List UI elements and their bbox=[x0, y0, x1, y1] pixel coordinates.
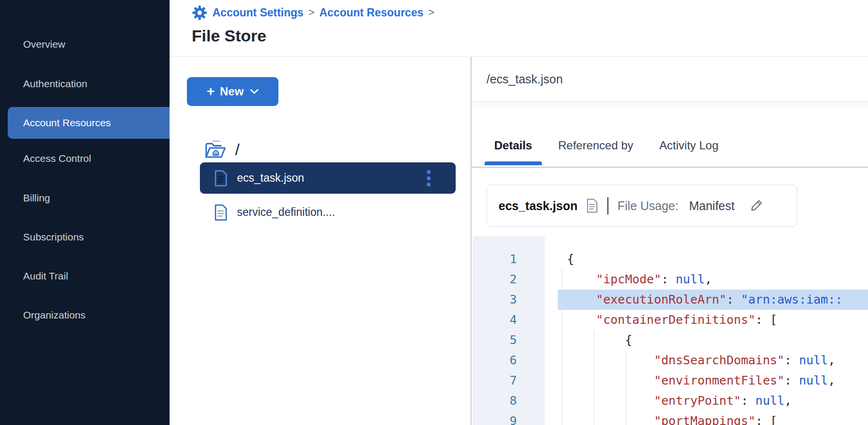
tab-activity-log[interactable]: Activity Log bbox=[650, 131, 728, 160]
gutter-gap bbox=[544, 350, 558, 371]
code-line-6[interactable]: 6 "dnsSearchDomains": null, bbox=[472, 350, 868, 371]
section-divider bbox=[472, 101, 868, 107]
gear-icon bbox=[192, 5, 208, 21]
file-name: ecs_task.json bbox=[237, 172, 304, 185]
sidebar-item-organizations[interactable]: Organizations bbox=[0, 303, 170, 327]
code-line-content: "executionRoleArn": "arn:aws:iam:: bbox=[558, 290, 868, 310]
plus-icon: + bbox=[207, 85, 214, 98]
line-number: 1 bbox=[472, 249, 544, 269]
sidebar-item-billing[interactable]: Billing bbox=[0, 186, 170, 210]
gutter-gap bbox=[544, 310, 558, 330]
file-usage-value: Manifest bbox=[689, 199, 734, 213]
app-window: OverviewAuthenticationAccount ResourcesA… bbox=[0, 0, 868, 425]
indent-guide bbox=[626, 350, 626, 425]
sidebar-item-audit-trail[interactable]: Audit Trail bbox=[0, 264, 170, 288]
gutter-gap bbox=[544, 330, 558, 350]
gutter-gap bbox=[544, 371, 558, 391]
line-number: 3 bbox=[472, 290, 544, 310]
code-line-content: { bbox=[558, 249, 868, 269]
indent-guide bbox=[562, 269, 562, 425]
gutter-gap bbox=[544, 249, 558, 269]
file-row-ecs-task-json[interactable]: ecs_task.json bbox=[200, 162, 456, 194]
line-number: 4 bbox=[472, 310, 544, 330]
sidebar-item-authentication[interactable]: Authentication bbox=[0, 72, 170, 96]
code-line-2[interactable]: 2 "ipcMode": null, bbox=[472, 269, 868, 290]
vertical-divider bbox=[607, 197, 608, 214]
sidebar-item-account-resources[interactable]: Account Resources bbox=[8, 107, 170, 139]
line-number: 7 bbox=[472, 371, 544, 391]
breadcrumb: Account Settings > Account Resources > bbox=[192, 4, 434, 21]
code-line-content: "ipcMode": null, bbox=[558, 269, 868, 290]
new-file-button[interactable]: + New bbox=[187, 77, 278, 106]
code-line-3[interactable]: 3 "executionRoleArn": "arn:aws:iam:: bbox=[472, 290, 868, 310]
code-line-9[interactable]: 9 "portMappings": [ bbox=[472, 411, 868, 425]
top-header: Account Settings > Account Resources > F… bbox=[170, 0, 868, 57]
file-usage-label: File Usage: bbox=[618, 199, 678, 213]
code-line-1[interactable]: 1{ bbox=[472, 249, 868, 269]
code-line-content: { bbox=[558, 330, 868, 350]
code-line-8[interactable]: 8 "entryPoint": null, bbox=[472, 391, 868, 411]
tab-referenced-by[interactable]: Referenced by bbox=[549, 131, 643, 160]
root-path-label: / bbox=[235, 140, 239, 159]
root-folder-row[interactable]: / bbox=[204, 138, 239, 161]
code-line-content: "portMappings": [ bbox=[558, 411, 868, 425]
code-line-content: "containerDefinitions": [ bbox=[558, 310, 868, 330]
code-line-5[interactable]: 5 { bbox=[472, 330, 868, 350]
gutter-gap bbox=[544, 290, 558, 310]
gutter-gap bbox=[544, 391, 558, 411]
line-number: 5 bbox=[472, 330, 544, 350]
code-line-7[interactable]: 7 "environmentFiles": null, bbox=[472, 371, 868, 391]
code-line-content: "dnsSearchDomains": null, bbox=[558, 350, 868, 371]
file-path-header: /ecs_task.json bbox=[472, 57, 868, 101]
file-icon bbox=[213, 204, 228, 221]
document-icon bbox=[586, 198, 598, 213]
indent-guide bbox=[594, 330, 594, 425]
file-icon bbox=[213, 170, 228, 187]
gutter-gap bbox=[544, 269, 558, 290]
code-line-4[interactable]: 4 "containerDefinitions": [ bbox=[472, 310, 868, 330]
code-line-content: "environmentFiles": null, bbox=[558, 371, 868, 391]
sidebar-item-overview[interactable]: Overview bbox=[0, 32, 170, 56]
kebab-menu-icon[interactable] bbox=[425, 168, 433, 188]
file-path-label: /ecs_task.json bbox=[487, 72, 563, 86]
line-number: 6 bbox=[472, 350, 544, 371]
sidebar-item-access-control[interactable]: Access Control bbox=[0, 146, 170, 171]
folder-home-icon bbox=[204, 138, 227, 160]
code-lines: 1{2 "ipcMode": null,3 "executionRoleArn"… bbox=[472, 236, 868, 425]
edit-pencil-icon[interactable] bbox=[748, 198, 764, 214]
page-title: File Store bbox=[192, 27, 266, 45]
file-store-panel: + New / ecs_task.jsonservice_definition.… bbox=[170, 57, 471, 425]
code-line-content: "entryPoint": null, bbox=[558, 391, 868, 411]
breadcrumb-link-account-resources[interactable]: Account Resources bbox=[319, 6, 423, 19]
new-button-label: New bbox=[220, 85, 244, 98]
breadcrumb-separator: > bbox=[428, 6, 434, 19]
sidebar-nav: OverviewAuthenticationAccount ResourcesA… bbox=[0, 0, 170, 425]
file-detail-panel: /ecs_task.json DetailsReferenced byActiv… bbox=[472, 57, 868, 425]
code-viewer: 1{2 "ipcMode": null,3 "executionRoleArn"… bbox=[472, 236, 868, 425]
breadcrumb-separator: > bbox=[308, 6, 315, 19]
chevron-down-icon bbox=[250, 89, 259, 94]
gutter-gap bbox=[544, 411, 558, 425]
file-row-service-definition[interactable]: service_definition.... bbox=[200, 197, 456, 228]
breadcrumb-link-account-settings[interactable]: Account Settings bbox=[212, 6, 303, 19]
tab-details[interactable]: Details bbox=[485, 131, 542, 160]
line-number: 8 bbox=[472, 391, 544, 411]
line-number: 9 bbox=[472, 411, 544, 425]
sidebar-item-subscriptions[interactable]: Subscriptions bbox=[0, 225, 170, 249]
file-name-label: ecs_task.json bbox=[499, 199, 578, 213]
tab-bar: DetailsReferenced byActivity Log bbox=[472, 107, 868, 168]
file-info-card: ecs_task.json File Usage: Manifest bbox=[487, 185, 797, 227]
line-number: 2 bbox=[472, 269, 544, 290]
file-name: service_definition.... bbox=[237, 206, 335, 219]
